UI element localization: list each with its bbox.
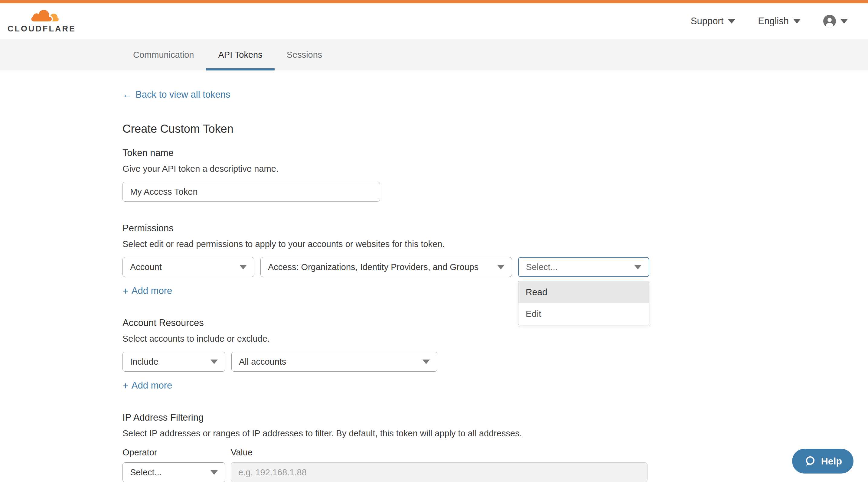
plus-icon: +: [123, 380, 128, 391]
ip-filtering-labels: Operator Value: [123, 448, 655, 457]
ip-filtering-heading: IP Address Filtering: [123, 412, 655, 423]
ip-filtering-row: Select...: [123, 462, 655, 482]
permission-group-value: Access: Organizations, Identity Provider…: [268, 262, 478, 272]
chevron-down-icon: [497, 265, 504, 269]
account-resources-section: Account Resources Select accounts to inc…: [123, 318, 655, 391]
account-resources-description: Select accounts to include or exclude.: [123, 334, 655, 344]
include-exclude-select[interactable]: Include: [123, 352, 225, 372]
value-label: Value: [231, 448, 252, 457]
permission-scope-select[interactable]: Account: [123, 257, 254, 277]
language-label: English: [758, 16, 789, 27]
help-button[interactable]: Help: [792, 449, 854, 474]
access-level-select[interactable]: Select... Read Edit: [518, 257, 649, 277]
account-menu[interactable]: [823, 15, 848, 28]
support-label: Support: [691, 16, 724, 27]
tab-communication[interactable]: Communication: [121, 39, 206, 70]
access-level-placeholder: Select...: [526, 262, 558, 272]
header: CLOUDFLARE Support English: [0, 3, 868, 39]
add-more-permissions-link[interactable]: + Add more: [123, 285, 172, 296]
token-name-input[interactable]: [123, 182, 380, 202]
include-exclude-value: Include: [130, 357, 158, 367]
cloudflare-wordmark: CLOUDFLARE: [7, 24, 76, 34]
language-menu[interactable]: English: [758, 16, 801, 27]
plus-icon: +: [123, 286, 128, 296]
menu-item-edit[interactable]: Edit: [518, 303, 649, 325]
cloudflare-cloud-icon: [26, 8, 61, 25]
ip-operator-placeholder: Select...: [130, 468, 162, 478]
add-more-label: Add more: [131, 380, 172, 391]
chevron-down-icon: [840, 19, 848, 24]
support-menu[interactable]: Support: [691, 16, 736, 27]
user-avatar-icon: [823, 15, 836, 28]
tab-api-tokens[interactable]: API Tokens: [206, 39, 274, 70]
brand-accent-bar: [0, 0, 868, 3]
permissions-section: Permissions Select edit or read permissi…: [123, 223, 655, 296]
permission-scope-value: Account: [130, 262, 162, 272]
page-title: Create Custom Token: [123, 123, 655, 135]
permissions-row: Account Access: Organizations, Identity …: [123, 257, 655, 277]
add-more-accounts-link[interactable]: + Add more: [123, 380, 172, 391]
permissions-heading: Permissions: [123, 223, 655, 234]
main-content: ← Back to view all tokens Create Custom …: [123, 70, 655, 482]
add-more-label: Add more: [131, 285, 172, 296]
cloudflare-logo[interactable]: CLOUDFLARE: [12, 8, 71, 34]
chevron-down-icon: [211, 359, 218, 364]
ip-filtering-description: Select IP addresses or ranges of IP addr…: [123, 428, 655, 439]
permission-group-select[interactable]: Access: Organizations, Identity Provider…: [260, 257, 512, 277]
chevron-down-icon: [211, 470, 218, 475]
chevron-down-icon: [423, 359, 430, 364]
profile-tabbar: Communication API Tokens Sessions: [0, 39, 868, 70]
accounts-value: All accounts: [239, 357, 286, 367]
token-name-heading: Token name: [123, 148, 655, 158]
chevron-down-icon: [634, 265, 642, 269]
ip-filtering-section: IP Address Filtering Select IP addresses…: [123, 412, 655, 482]
back-link[interactable]: ← Back to view all tokens: [123, 89, 230, 100]
token-name-section: Token name Give your API token a descrip…: [123, 148, 655, 202]
account-resources-row: Include All accounts: [123, 352, 655, 372]
help-button-label: Help: [821, 456, 842, 467]
accounts-select[interactable]: All accounts: [231, 352, 437, 372]
ip-operator-select[interactable]: Select...: [123, 462, 225, 482]
operator-label: Operator: [123, 448, 225, 457]
tab-sessions[interactable]: Sessions: [275, 39, 335, 70]
ip-value-input[interactable]: [231, 462, 648, 482]
back-arrow-icon: ←: [123, 89, 132, 100]
chevron-down-icon: [728, 19, 736, 24]
chat-bubble-icon: [804, 455, 816, 468]
chevron-down-icon: [793, 19, 801, 24]
back-link-label: Back to view all tokens: [135, 89, 230, 100]
chevron-down-icon: [240, 265, 247, 269]
access-level-menu: Read Edit: [518, 281, 649, 325]
permissions-description: Select edit or read permissions to apply…: [123, 239, 655, 249]
token-name-description: Give your API token a descriptive name.: [123, 164, 655, 174]
menu-item-read[interactable]: Read: [518, 281, 649, 303]
